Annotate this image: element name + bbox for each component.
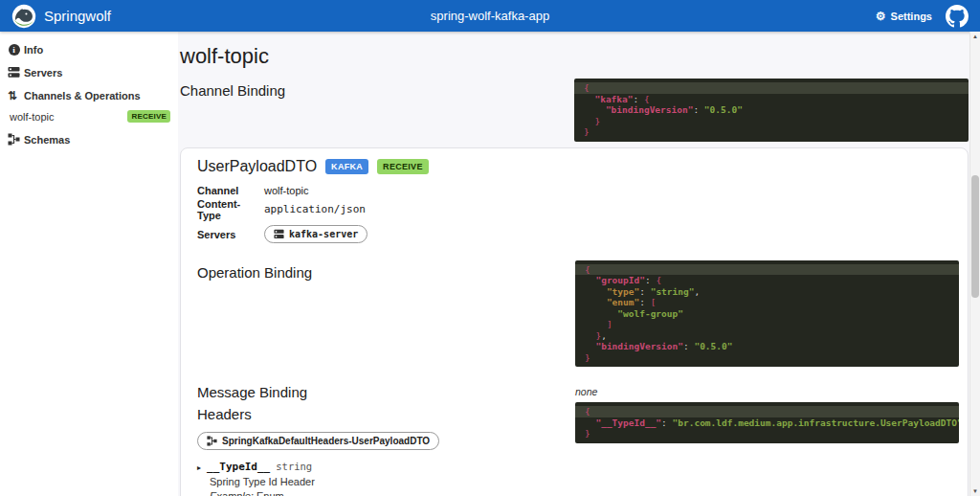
scroll-down-arrow[interactable]: ▼ [970, 488, 980, 494]
operation-binding-heading: Operation Binding [197, 260, 575, 281]
servers-label: Servers [197, 229, 256, 240]
sidebar-schemas-label: Schemas [24, 134, 70, 146]
header-property-description: Spring Type Id Header [210, 476, 575, 487]
message-binding-heading: Message Binding [197, 380, 575, 400]
scroll-up-arrow[interactable]: ▲ [970, 34, 980, 39]
sidebar-item-schemas[interactable]: Schemas [8, 133, 170, 146]
header-property-typeid[interactable]: ▸ __TypeId__ string [197, 461, 575, 473]
sidebar-servers-label: Servers [24, 67, 62, 79]
content-type-label: Content-Type [197, 198, 256, 221]
sidebar-item-info[interactable]: i Info [8, 43, 170, 56]
operation-binding-code: { "groupId": { "type": "string", "enum":… [575, 260, 959, 368]
springwolf-logo-icon [11, 4, 36, 29]
brand-home-link[interactable]: Springwolf [11, 4, 111, 29]
channel-binding-heading: Channel Binding [180, 79, 574, 99]
schema-icon [8, 133, 20, 146]
operation-badge: RECEIVE [377, 159, 429, 174]
vertical-scrollbar[interactable]: ▲ ▼ [969, 32, 980, 496]
content-type-value: application/json [264, 203, 959, 215]
headers-schema-chip-label: SpringKafkaDefaultHeaders-UserPayloadDTO [222, 436, 430, 446]
brand-label: Springwolf [44, 8, 111, 24]
gear-icon: ⚙ [876, 11, 886, 22]
channel-value: wolf-topic [264, 185, 959, 196]
channel-binding-code: { "kafka": { "bindingVersion": "0.5.0" }… [574, 79, 969, 142]
header-property-type: string [276, 461, 312, 472]
settings-label: Settings [891, 11, 932, 22]
kafka-server-chip[interactable]: kafka-server [264, 225, 368, 243]
header-property-name: __TypeId__ [207, 461, 270, 473]
scrollbar-thumb[interactable] [971, 175, 979, 298]
schema-chip-icon [207, 436, 217, 446]
swap-vert-icon: ⇅ [8, 89, 20, 102]
channel-label: Channel [197, 185, 256, 196]
headers-example-code: { "__TypeId__": "br.com.ldf.medium.app.i… [575, 402, 959, 443]
top-bar: Springwolf spring-wolf-kafka-app ⚙ Setti… [0, 0, 980, 32]
sidebar-info-label: Info [24, 44, 43, 56]
server-chip-label: kafka-server [289, 229, 358, 239]
operation-card: UserPayloadDTO KAFKA RECEIVE Channel wol… [180, 147, 969, 496]
example-label: Example: [210, 490, 254, 496]
sidebar-item-wolf-topic[interactable]: wolf-topic RECEIVE [10, 110, 170, 123]
info-icon: i [8, 43, 20, 56]
page-title: wolf-topic [180, 44, 969, 69]
github-icon[interactable] [946, 5, 969, 28]
example-value: Enum [256, 490, 284, 496]
sidebar: i Info Servers ⇅ Channels & Operations w… [0, 32, 178, 496]
servers-icon [8, 66, 20, 79]
settings-button[interactable]: ⚙ Settings [876, 11, 932, 22]
sidebar-wolf-topic-label: wolf-topic [10, 111, 54, 123]
receive-badge: RECEIVE [127, 110, 170, 123]
headers-heading: Headers [197, 402, 575, 422]
headers-schema-chip[interactable]: SpringKafkaDefaultHeaders-UserPayloadDTO [197, 432, 439, 450]
operation-title: UserPayloadDTO [197, 158, 317, 175]
expand-caret-icon: ▸ [197, 463, 201, 472]
sidebar-item-channels[interactable]: ⇅ Channels & Operations [8, 89, 170, 102]
message-binding-value: none [575, 380, 959, 397]
protocol-badge: KAFKA [325, 159, 368, 174]
server-chip-icon [274, 229, 284, 239]
app-title: spring-wolf-kafka-app [0, 9, 980, 23]
main-content: wolf-topic Channel Binding { "kafka": { … [178, 32, 980, 496]
sidebar-item-servers[interactable]: Servers [8, 66, 170, 79]
sidebar-channels-label: Channels & Operations [24, 90, 141, 101]
